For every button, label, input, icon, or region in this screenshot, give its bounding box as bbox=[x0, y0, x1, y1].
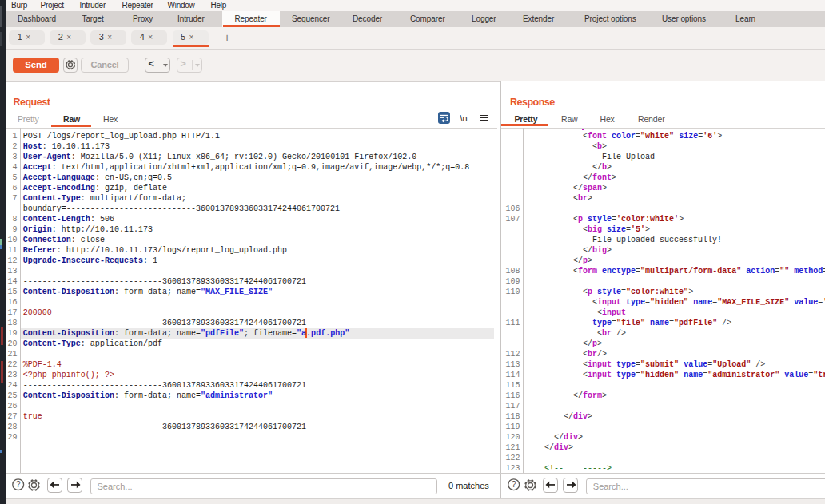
svg-text:?: ? bbox=[512, 480, 516, 489]
svg-text:?: ? bbox=[16, 480, 21, 489]
